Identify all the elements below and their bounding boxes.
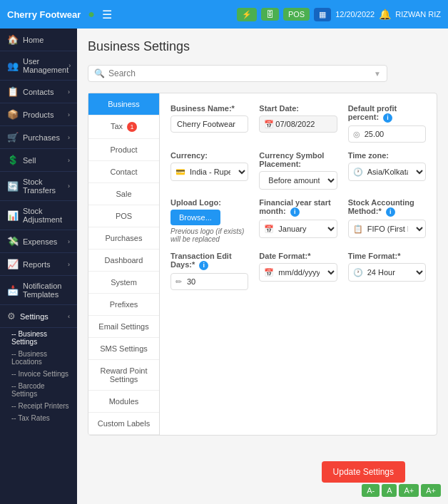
currency-symbol-label: Currency Symbol Placement:	[259, 151, 337, 168]
sidebar-sub-invoice-settings[interactable]: -- Invoice Settings	[0, 368, 77, 380]
transaction-days-label: Transaction Edit Days:* i	[170, 252, 248, 270]
sidebar-label-stock-transfers: Stock Transfers	[23, 178, 68, 195]
brand-dot: ●	[88, 8, 95, 21]
info-icon-fin-year: i	[290, 207, 300, 217]
font-decrease-button[interactable]: A-	[362, 484, 380, 497]
sidebar-label-reports: Reports	[23, 260, 51, 269]
sidebar-item-expenses[interactable]: 💸 Expenses ›	[0, 230, 77, 253]
expenses-icon: 💸	[7, 236, 19, 247]
sidebar-item-user-management[interactable]: 👥 User Management ›	[0, 51, 77, 81]
currency-symbol-select[interactable]: Before amount	[259, 171, 337, 190]
info-icon-transaction: i	[199, 261, 208, 270]
sidebar-sub-tax-rates[interactable]: -- Tax Rates	[0, 412, 77, 424]
grid-button[interactable]: ▦	[314, 8, 331, 21]
database-button[interactable]: 🗄	[261, 8, 279, 21]
time-format-label: Time Format:*	[348, 252, 426, 260]
sidebar-label-home: Home	[23, 36, 44, 44]
form-row-4: Transaction Edit Days:* i ✏ Date Format:…	[170, 252, 426, 290]
percent-icon: ◎	[353, 130, 360, 139]
hamburger-icon[interactable]: ☰	[102, 8, 112, 21]
font-reset-button[interactable]: A	[382, 484, 397, 497]
reports-icon: 📈	[7, 259, 19, 269]
sidebar-item-settings[interactable]: ⚙ Settings ‹	[0, 305, 77, 328]
sidebar-item-sell[interactable]: 💲 Sell ›	[0, 149, 77, 172]
business-name-label: Business Name:*	[170, 104, 248, 113]
font-increase2-button[interactable]: A+	[421, 484, 441, 497]
business-name-input[interactable]	[170, 115, 248, 133]
update-settings-button[interactable]: Update Settings	[322, 461, 405, 483]
sidebar-item-stock-adjustment[interactable]: 📊 Stock Adjustment	[0, 201, 77, 230]
menu-item-business[interactable]: Business	[88, 93, 159, 115]
search-input[interactable]	[108, 68, 374, 78]
menu-item-reward-points[interactable]: Reward Point Settings	[88, 360, 159, 391]
timezone-icon: 🕐	[353, 168, 363, 177]
currency-label: Currency:	[170, 151, 248, 160]
sidebar-label-contacts: Contacts	[23, 88, 54, 96]
start-date-group: Start Date: 📅	[259, 104, 337, 143]
menu-item-tax[interactable]: Tax 1	[88, 115, 159, 139]
transfers-icon: 🔄	[7, 181, 19, 192]
menu-item-purchases[interactable]: Purchases	[88, 227, 159, 250]
menu-item-sale[interactable]: Sale	[88, 183, 159, 205]
form-row-2: Currency: 💳 India - Rupees(INR) Currency…	[170, 151, 426, 190]
font-increase-button[interactable]: A+	[399, 484, 419, 497]
menu-item-modules[interactable]: Modules	[88, 391, 159, 413]
navbar: Cherry Footwear ● ☰ ⚡ 🗄 POS ▦ 12/20/2022…	[0, 0, 448, 29]
navbar-right: ⚡ 🗄 POS ▦ 12/20/2022 🔔 RIZWAN RIZ	[237, 8, 441, 21]
left-menu: Business Tax 1 Product Contact Sale POS …	[88, 93, 160, 435]
search-dropdown-icon[interactable]: ▼	[374, 70, 381, 78]
transaction-days-group: Transaction Edit Days:* i ✏	[170, 252, 248, 290]
currency-symbol-group: Currency Symbol Placement: Before amount	[259, 151, 337, 190]
sidebar-label-user-management: User Management	[23, 57, 68, 74]
info-icon-profit: i	[383, 113, 392, 123]
sidebar-item-stock-transfers[interactable]: 🔄 Stock Transfers ›	[0, 172, 77, 201]
menu-item-prefixes[interactable]: Prefixes	[88, 294, 159, 316]
bell-icon[interactable]: 🔔	[379, 9, 391, 20]
date-icon: 📅	[264, 268, 274, 277]
timezone-label: Time zone:	[348, 151, 426, 160]
menu-item-product[interactable]: Product	[88, 139, 159, 161]
sidebar-item-purchases[interactable]: 🛒 Purchases ›	[0, 126, 77, 149]
stock-method-label: Stock Accounting Method:* i	[348, 198, 426, 217]
sidebar-item-products[interactable]: 📦 Products ›	[0, 103, 77, 126]
sidebar-sub-business-locations[interactable]: -- Business Locations	[0, 348, 77, 368]
plug-button[interactable]: ⚡	[237, 8, 257, 21]
upload-logo-group: Upload Logo: Browse... Previous logo (if…	[170, 198, 248, 243]
sidebar-item-contacts[interactable]: 📋 Contacts ›	[0, 81, 77, 103]
brand-name: Cherry Footwear	[7, 9, 81, 20]
info-icon-stock: i	[386, 207, 395, 217]
sidebar-sub-receipt-printers[interactable]: -- Receipt Printers	[0, 400, 77, 412]
menu-item-sms-settings[interactable]: SMS Settings	[88, 338, 159, 360]
menu-item-dashboard[interactable]: Dashboard	[88, 250, 159, 272]
sidebar-label-sell: Sell	[23, 156, 36, 165]
sidebar-label-settings: Settings	[20, 312, 49, 321]
transaction-days-input[interactable]	[170, 273, 248, 290]
chevron-right-icon-7: ›	[68, 238, 70, 245]
edit-icon: ✏	[175, 277, 182, 287]
products-icon: 📦	[7, 109, 19, 120]
business-name-group: Business Name:*	[170, 104, 248, 143]
users-icon: 👥	[7, 61, 19, 71]
menu-item-custom-labels[interactable]: Custom Labels	[88, 413, 159, 435]
sidebar-item-home[interactable]: 🏠 Home	[0, 29, 77, 51]
time-format-group: Time Format:* 🕐 24 Hour	[348, 252, 426, 290]
currency-icon: 💳	[175, 168, 185, 177]
sidebar-sub-barcode-settings[interactable]: -- Barcode Settings	[0, 380, 77, 400]
menu-item-contact[interactable]: Contact	[88, 161, 159, 183]
start-date-label: Start Date:	[259, 104, 337, 113]
sidebar-sub-business-settings[interactable]: -- Business Settings	[0, 328, 77, 348]
sell-icon: 💲	[7, 155, 19, 165]
form-area: Business Name:* Start Date: 📅 Default	[160, 93, 437, 435]
sidebar-item-reports[interactable]: 📈 Reports ›	[0, 253, 77, 276]
menu-item-system[interactable]: System	[88, 272, 159, 294]
sidebar-label-purchases: Purchases	[23, 133, 60, 142]
currency-group: Currency: 💳 India - Rupees(INR)	[170, 151, 248, 190]
menu-item-pos[interactable]: POS	[88, 205, 159, 227]
sidebar-item-notifications[interactable]: 📩 Notification Templates	[0, 276, 77, 305]
pos-button[interactable]: POS	[283, 8, 310, 21]
browse-button[interactable]: Browse...	[170, 210, 220, 225]
adjustment-icon: 📊	[7, 210, 19, 221]
menu-item-email-settings[interactable]: Email Settings	[88, 316, 159, 338]
home-icon: 🏠	[7, 34, 19, 45]
upload-note: Previous logo (if exists) will be replac…	[170, 227, 248, 243]
